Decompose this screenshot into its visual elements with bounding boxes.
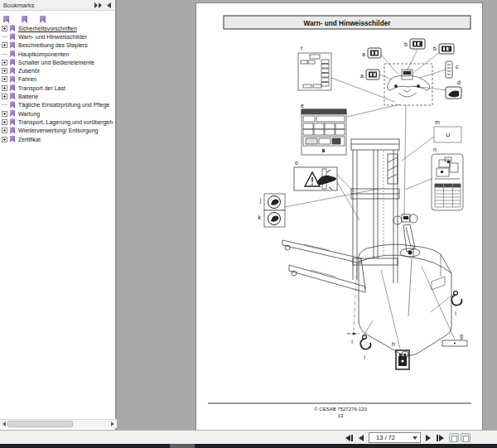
callout-a2: a <box>360 73 364 79</box>
bookmark-ribbon-icon <box>10 33 15 40</box>
bookmark-ribbon-icon <box>10 136 15 142</box>
bookmark-ribbon-icon <box>10 110 15 117</box>
bookmark-ribbon-icon <box>10 59 15 65</box>
taskbar-strip <box>0 444 497 448</box>
expander-plus-icon[interactable] <box>2 68 7 74</box>
bookmark-item-zertifikat[interactable]: Zertifikat <box>0 135 115 143</box>
callout-o: o <box>295 160 298 166</box>
callout-i: i <box>351 339 353 344</box>
callout-a1: a <box>362 51 365 57</box>
sign-c <box>446 61 452 78</box>
sign-k <box>264 210 285 227</box>
next-page-button[interactable] <box>426 433 431 442</box>
callout-c: c <box>456 64 459 70</box>
sign-b-right <box>439 44 454 54</box>
previous-page-button[interactable] <box>359 433 364 442</box>
tree-stub <box>2 104 7 105</box>
bookmark-item-hauptkomponenten[interactable]: Hauptkomponenten <box>0 50 115 58</box>
bookmarks-panel-title: Bookmarks <box>3 2 35 9</box>
footer-copyright: © CESAB 7527276-120 <box>314 407 367 412</box>
horizontal-scrollbar[interactable] <box>0 419 117 428</box>
scroll-right-arrow[interactable] <box>111 422 114 426</box>
page-footer: © CESAB 7527276-120 13 <box>208 403 471 418</box>
expander-plus-icon[interactable] <box>2 119 7 125</box>
options-menu-icon[interactable] <box>94 2 102 8</box>
first-page-button[interactable] <box>345 433 353 442</box>
bookmark-ribbon-icon <box>10 25 15 31</box>
bookmark-item-transport-der-last[interactable]: Transport der Last <box>0 84 115 92</box>
hook-l-right <box>451 291 461 306</box>
collapse-panel-icon[interactable] <box>105 2 113 8</box>
callout-e: e <box>301 103 304 108</box>
bookmarks-toolbar <box>0 12 115 22</box>
scroll-left-arrow[interactable] <box>2 422 6 426</box>
callout-k: k <box>258 214 262 220</box>
bookmark-item-sicherheitsvorschriften[interactable]: Sicherheitsvorschriften <box>0 24 115 32</box>
callout-d: d <box>457 79 461 85</box>
delete-bookmark-icon[interactable] <box>40 12 47 21</box>
expander-plus-icon[interactable] <box>2 42 7 48</box>
navigation-toolbar <box>0 430 497 444</box>
expand-bookmark-icon[interactable] <box>3 12 11 21</box>
expander-plus-icon[interactable] <box>2 137 7 142</box>
bookmark-ribbon-icon <box>10 68 15 75</box>
bookmark-item-fahren[interactable]: Fahren <box>0 75 115 84</box>
expander-plus-icon[interactable] <box>2 60 7 65</box>
new-bookmark-icon[interactable] <box>22 12 29 21</box>
leader-lines <box>285 50 455 349</box>
last-page-button[interactable] <box>437 433 444 442</box>
page-diagram: Warn- und Hinweisschilder <box>196 3 484 430</box>
footer-page-number: 13 <box>338 413 344 418</box>
sign-g-strip <box>442 340 467 346</box>
callout-g: g <box>460 333 463 340</box>
callout-n: n <box>433 147 437 152</box>
bookmark-ribbon-icon <box>10 42 15 49</box>
pdf-page: Warn- und Hinweisschilder <box>195 2 483 430</box>
bookmark-item-beschreibung-des-staplers[interactable]: Beschreibung des Staplers <box>0 41 115 50</box>
sign-d <box>446 87 461 99</box>
sign-o-warning <box>294 167 337 190</box>
single-page-view-icon[interactable] <box>449 433 459 442</box>
bookmark-item-batterie[interactable]: Batterie <box>0 92 115 100</box>
continuous-view-icon[interactable] <box>461 433 470 442</box>
taskbar-item[interactable] <box>170 444 195 448</box>
sign-b-top <box>410 39 425 49</box>
document-canvas: Warn- und Hinweisschilder <box>118 0 497 430</box>
callout-j: j <box>258 197 261 204</box>
bookmark-ribbon-icon <box>10 51 15 57</box>
expander-plus-icon[interactable] <box>2 26 7 31</box>
bookmark-ribbon-icon <box>10 118 15 125</box>
bookmark-item-wartung[interactable]: Wartung <box>0 109 115 118</box>
bookmark-item-transport-lagerung[interactable]: Transport, Lagerung und vorübergeh <box>0 118 115 126</box>
bookmark-ribbon-icon <box>10 76 15 83</box>
page-title: Warn- und Hinweisschilder <box>304 20 392 27</box>
tree-stub <box>2 54 7 55</box>
bookmarks-panel-header: Bookmarks <box>0 0 115 11</box>
callout-m: m <box>435 119 440 125</box>
sign-a-top <box>368 48 381 58</box>
expander-plus-icon[interactable] <box>2 94 7 99</box>
callout-f: f <box>301 46 302 51</box>
callout-l2: l <box>455 311 456 316</box>
sign-a-left <box>366 70 379 79</box>
bookmark-item-schalter-und-bedienelemente[interactable]: Schalter und Bedienelemente <box>0 58 115 66</box>
sign-n <box>432 154 463 210</box>
scrollbar-thumb[interactable] <box>7 421 73 427</box>
expander-plus-icon[interactable] <box>2 85 7 91</box>
page-title-box: Warn- und Hinweisschilder <box>224 16 470 29</box>
callout-l1: l <box>364 354 365 360</box>
tiller-head-detail-box <box>384 64 432 105</box>
bookmark-item-zubehoer[interactable]: Zubehör <box>0 66 115 75</box>
sign-h-battery <box>396 350 409 369</box>
bookmarks-tree: Sicherheitsvorschriften Warn- und Hinwei… <box>0 24 115 143</box>
expander-plus-icon[interactable] <box>2 111 7 117</box>
bookmark-item-warn-und-hinweisschilder[interactable]: Warn- und Hinweisschilder <box>0 32 115 41</box>
page-dropdown-icon[interactable] <box>413 436 417 440</box>
sign-m <box>434 127 461 142</box>
bookmark-ribbon-icon <box>10 102 15 108</box>
callout-b2: b <box>433 46 437 51</box>
bookmark-item-taegliche-einsatzpruefung[interactable]: Tägliche Einsatzprüfung und Pflege <box>0 101 115 109</box>
expander-plus-icon[interactable] <box>2 128 7 133</box>
expander-plus-icon[interactable] <box>2 76 7 82</box>
bookmark-item-wiederverwertung-entsorgung[interactable]: Wiederverwertung/ Entsorgung <box>0 127 115 135</box>
